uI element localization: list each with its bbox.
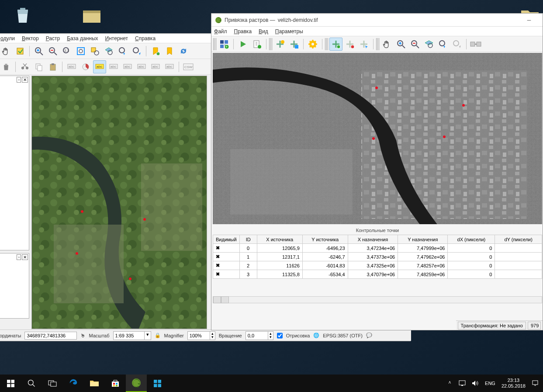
file-explorer-button[interactable] [84,375,105,392]
label-rotate-tool[interactable]: abc [149,60,162,73]
desktop-recycle-bin[interactable] [6,5,39,26]
show-bookmarks-button[interactable] [163,45,176,58]
georef-zoom-last-button[interactable] [436,38,450,51]
col-id[interactable]: ID [239,235,257,244]
label-show-tool[interactable]: abc [121,60,134,73]
table-row[interactable]: ✖311325,8-6534,43,47079e+067,48259e+060 [213,270,542,279]
georef-zoom-in-button[interactable] [394,38,408,51]
link-georef-to-qgis-button[interactable] [469,38,482,51]
menu-modules[interactable]: одули [0,35,15,42]
scale-dropdown-icon[interactable]: ▾ [144,332,151,340]
col-visible[interactable]: Видимый [213,235,240,244]
tray-language[interactable]: ENG [485,381,495,386]
cut-button[interactable] [18,60,31,73]
qgis-taskbar-button[interactable] [126,375,147,392]
open-raster-button[interactable]: + [218,38,231,51]
new-bookmark-button[interactable] [149,45,162,58]
gcp-table[interactable]: Видимый ID X источника Y источника X наз… [213,235,542,279]
mouse-extents-icon[interactable]: 🖰 [80,333,85,338]
zoom-next-button[interactable] [130,45,143,58]
crs-label[interactable]: EPSG:3857 (OTF) [323,333,362,338]
zoom-in-button[interactable] [32,45,45,58]
panel-restore-icon[interactable]: ▫ [17,77,21,83]
system-tray[interactable]: ＾ ENG 23:13 22.05.2018 [447,378,543,389]
menu-raster[interactable]: Растр [46,35,60,42]
crs-icon[interactable]: 🌐 [313,333,319,338]
transformation-settings-button[interactable] [306,38,319,51]
layers-panel[interactable]: ▫ ✕ [0,76,29,250]
col-dy[interactable]: dY (пиксели) [495,235,542,244]
menu-params[interactable]: Параметры [275,28,303,35]
delete-point-button[interactable] [343,38,356,51]
col-ys[interactable]: Y источника [302,235,348,244]
panel-close-icon[interactable]: ✕ [22,254,28,260]
rotation-spinner[interactable]: ▴▾ [268,332,273,340]
save-gcp-button[interactable] [287,38,301,51]
start-georef-button[interactable] [236,38,249,51]
pan-to-selection-button[interactable] [14,45,27,58]
label-pin-tool[interactable]: abc [107,60,120,73]
rotation-input[interactable] [246,332,268,340]
menu-help[interactable]: Справка [135,35,156,42]
window-minimize-button[interactable]: ─ [519,14,539,26]
messages-icon[interactable]: 💬 [366,333,372,338]
render-checkbox[interactable] [277,332,283,340]
menu-db[interactable]: База данных [67,35,98,42]
scale-input[interactable] [114,332,144,340]
desktop-folder-1[interactable] [75,5,108,26]
zoom-out-button[interactable] [46,45,59,58]
col-xd[interactable]: X назначения [348,235,398,244]
task-view-button[interactable] [42,375,63,392]
copy-button[interactable] [32,60,45,73]
georef-titlebar[interactable]: Привязка растров — velizh-demidov.tif ─ [211,14,543,27]
load-gcp-button[interactable] [273,38,287,51]
menu-vector[interactable]: Вектор [22,35,39,42]
menu-internet[interactable]: Интернет [105,35,128,42]
search-button[interactable] [21,375,42,392]
pan-button[interactable] [0,45,13,58]
magnifier-spinner[interactable]: ▴▾ [210,332,215,340]
menu-edit[interactable]: Правка [234,28,252,35]
move-point-button[interactable] [357,38,370,51]
settings-taskbar-button[interactable] [147,375,168,392]
diagram-tool[interactable] [79,60,92,73]
generate-script-button[interactable] [250,38,263,51]
georef-zoom-layer-button[interactable] [422,38,436,51]
label-change-tool[interactable]: abc [163,60,176,73]
tray-chevron-icon[interactable]: ＾ [447,379,453,387]
georef-canvas[interactable] [213,53,542,224]
table-row[interactable]: ✖012065,9-6496,233,47234e+067,47999e+060 [213,244,542,253]
tray-volume-icon[interactable] [472,380,479,386]
georef-menubar[interactable]: Файл Правка Вид Параметры [211,27,543,36]
store-button[interactable] [105,375,126,392]
browser-panel[interactable]: ▫ ✕ [0,253,29,319]
zoom-to-layer-button[interactable] [102,45,115,58]
start-button[interactable] [0,375,21,392]
tray-date[interactable]: 22.05.2018 [501,383,526,389]
coord-input[interactable] [24,332,77,340]
menu-file[interactable]: Файл [214,28,227,35]
label-move-tool[interactable]: abc [135,60,148,73]
georef-zoom-out-button[interactable] [408,38,422,51]
col-xs[interactable]: X источника [257,235,302,244]
tray-time[interactable]: 23:13 [501,378,526,383]
add-point-button[interactable] [329,38,342,51]
qgis-map-canvas[interactable] [31,76,207,329]
lock-icon[interactable]: 🔒 [155,333,161,338]
label-tool-1[interactable]: abc [65,60,78,73]
zoom-to-selection-button[interactable] [88,45,101,58]
table-row[interactable]: ✖112317,1-6246,73,47373e+067,47962e+060 [213,253,542,261]
tray-network-icon[interactable] [459,380,466,386]
paste-button[interactable] [46,60,59,73]
windows-taskbar[interactable]: ＾ ENG 23:13 22.05.2018 [0,375,543,392]
csw-button[interactable]: CSW [182,60,195,73]
table-row[interactable]: ✖211626-6014,833,47325e+067,48257e+060 [213,261,542,270]
gcp-horizontal-scrollbar[interactable] [213,296,542,303]
georef-pan-button[interactable] [380,38,394,51]
zoom-last-button[interactable] [116,45,129,58]
menu-view[interactable]: Вид [259,28,268,35]
georef-zoom-next-button[interactable] [450,38,463,51]
refresh-button[interactable] [177,45,190,58]
col-yd[interactable]: Y назначения [398,235,448,244]
panel-close-icon[interactable]: ✕ [22,77,28,83]
